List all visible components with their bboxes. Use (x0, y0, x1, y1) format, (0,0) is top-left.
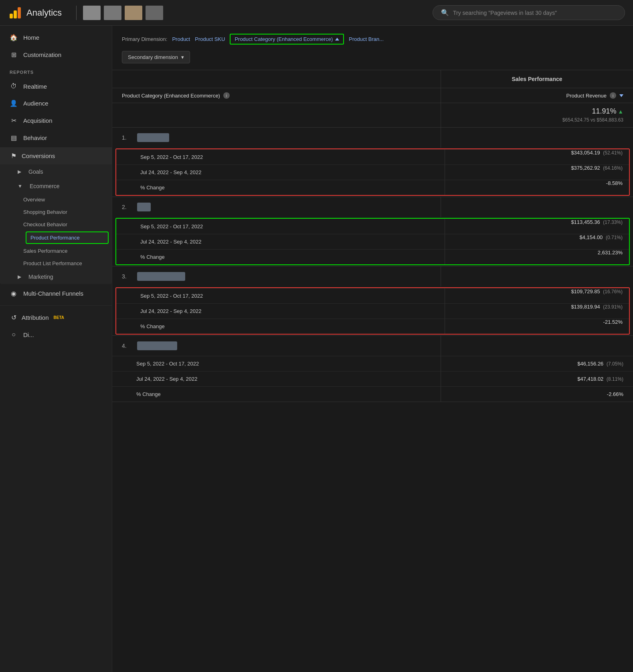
sidebar-home-label: Home (23, 34, 39, 41)
sidebar-item-behavior[interactable]: ▤ Behavior (0, 129, 112, 146)
stats-up-arrow-icon: ▲ (618, 108, 623, 115)
sidebar-product-list-performance-label: Product List Performance (23, 260, 82, 266)
main-content: Primary Dimension: Product Product SKU P… (112, 26, 633, 672)
stats-summary-row: 11.91% ▲ $654,524.75 vs $584,883.63 (112, 103, 633, 128)
dim-link-product-category[interactable]: Product Category (Enhanced Ecommerce) (230, 34, 344, 45)
sidebar-item-home[interactable]: 🏠 Home (0, 29, 112, 46)
change-row-2: % Change 2,631.23% (116, 249, 629, 264)
sidebar-realtime-label: Realtime (23, 83, 47, 90)
search-bar[interactable]: 🔍 Try searching "Pageviews in last 30 da… (433, 5, 625, 20)
sidebar-overview-label: Overview (23, 197, 45, 203)
layout: 🏠 Home ⊞ Customization REPORTS ⏱ Realtim… (0, 26, 633, 672)
change-value-4: -2.66% (441, 387, 633, 402)
date1-pct-3: (16.76%) (603, 289, 623, 294)
left-col-info-icon[interactable]: i (223, 92, 230, 99)
date1-row-4: Sep 5, 2022 - Oct 17, 2022 $46,156.26 (7… (112, 356, 633, 371)
sidebar-item-overview[interactable]: Overview (0, 193, 112, 206)
thumbnail-4[interactable] (146, 6, 163, 20)
rank-num-3: 3. (122, 273, 131, 280)
topbar: Analytics 🔍 Try searching "Pageviews in … (0, 0, 633, 26)
date1-label-3: Sep 5, 2022 - Oct 17, 2022 (116, 288, 445, 303)
rank-right-3 (441, 266, 633, 286)
sidebar-checkout-behavior-label: Checkout Behavior (23, 221, 67, 227)
date1-row-2: Sep 5, 2022 - Oct 17, 2022 $113,455.36 (… (116, 219, 629, 234)
row-rank-1: 1. (112, 128, 633, 148)
thumbnail-2[interactable] (104, 6, 121, 20)
change-label-3: % Change (116, 319, 445, 334)
sidebar-item-acquisition[interactable]: ✂ Acquisition (0, 112, 112, 129)
sidebar-item-conversions[interactable]: ⚑ Conversions (0, 147, 112, 164)
product-revenue-info-icon[interactable]: i (610, 92, 616, 99)
home-icon: 🏠 (10, 34, 18, 41)
sidebar-item-realtime[interactable]: ⏱ Realtime (0, 78, 112, 95)
secondary-dim-label: Secondary dimension (128, 54, 178, 60)
sort-arrow-icon[interactable] (619, 94, 623, 97)
date1-pct-4: (7.05%) (607, 361, 623, 367)
date2-pct-4: (8.11%) (607, 376, 623, 382)
sidebar-item-product-performance[interactable]: Product Performance (26, 231, 109, 244)
rank-left-1: 1. (112, 128, 441, 148)
change-row-3: % Change -21.52% (116, 319, 629, 334)
blurred-category-1 (137, 133, 169, 142)
multi-channel-icon: ◉ (10, 290, 18, 297)
product-revenue-header: Product Revenue (566, 93, 607, 99)
primary-dimension-row: Primary Dimension: Product Product SKU P… (112, 34, 633, 51)
rank-num-1: 1. (122, 134, 131, 141)
search-placeholder: Try searching "Pageviews in last 30 days… (453, 10, 557, 16)
data-rows-container: 1. Sep 5, 2022 - Oct 17, 2022 $343,054.1… (112, 128, 633, 402)
sidebar-sales-performance-label: Sales Performance (23, 248, 68, 254)
sidebar-item-marketing[interactable]: ▶ Marketing (0, 270, 112, 284)
highlight-box-3: Sep 5, 2022 - Oct 17, 2022 $109,729.85 (… (115, 287, 630, 335)
date2-label-4: Jul 24, 2022 - Sep 4, 2022 (112, 372, 441, 386)
sidebar-item-shopping-behavior[interactable]: Shopping Behavior (0, 206, 112, 218)
sidebar-item-goals[interactable]: ▶ Goals (0, 164, 112, 179)
table-header-row: Sales Performance (112, 70, 633, 88)
sidebar-item-di[interactable]: ○ Di... (0, 326, 112, 343)
change-row-1: % Change -8.58% (116, 180, 629, 195)
sidebar-item-multi-channel[interactable]: ◉ Multi-Channel Funnels (0, 285, 112, 302)
customization-icon: ⊞ (10, 51, 18, 59)
left-col-header (112, 70, 441, 88)
sidebar-item-customization[interactable]: ⊞ Customization (0, 46, 112, 63)
sidebar-item-sales-performance[interactable]: Sales Performance (0, 245, 112, 257)
secondary-dimension-button[interactable]: Secondary dimension ▾ (122, 51, 190, 63)
sidebar-di-label: Di... (23, 331, 34, 338)
topbar-thumbnails[interactable] (83, 6, 163, 20)
behavior-icon: ▤ (10, 134, 18, 142)
sidebar-item-product-list-performance[interactable]: Product List Performance (0, 257, 112, 270)
date1-pct-2: (17.33%) (603, 219, 623, 225)
change-value-1: -8.58% (445, 180, 629, 195)
date2-label-1: Jul 24, 2022 - Sep 4, 2022 (116, 165, 445, 180)
date2-label-3: Jul 24, 2022 - Sep 4, 2022 (116, 304, 445, 319)
sales-perf-header: Sales Performance (441, 70, 633, 88)
date1-value-2: $113,455.36 (17.33%) (445, 219, 629, 234)
sidebar-item-checkout-behavior[interactable]: Checkout Behavior (0, 218, 112, 231)
dim-link-product-brand[interactable]: Product Bran... (349, 36, 384, 42)
sidebar-item-ecommerce[interactable]: ▼ Ecommerce (0, 179, 112, 193)
row-rank-3: 3. (112, 266, 633, 286)
sidebar-ecommerce-label: Ecommerce (30, 183, 60, 189)
rank-right-1 (441, 128, 633, 148)
change-value-2: 2,631.23% (445, 250, 629, 264)
sub-header-right: Product Revenue i (441, 88, 633, 103)
secondary-dim-arrow-icon: ▾ (181, 54, 184, 60)
dim-link-product-sku[interactable]: Product SKU (195, 36, 225, 42)
sub-header-row: Product Category (Enhanced Ecommerce) i … (112, 88, 633, 103)
row-rank-2: 2. (112, 197, 633, 217)
sidebar-item-audience[interactable]: 👤 Audience (0, 95, 112, 112)
rank-num-4: 4. (122, 343, 131, 349)
date2-value-3: $139,819.94 (23.91%) (445, 304, 629, 319)
sidebar-audience-label: Audience (23, 100, 49, 107)
logo-area: Analytics (8, 6, 62, 20)
sidebar-marketing-label: Marketing (28, 274, 53, 280)
data-section-1: 1. Sep 5, 2022 - Oct 17, 2022 $343,054.1… (112, 128, 633, 197)
dim-link-product[interactable]: Product (172, 36, 190, 42)
sidebar-conversions-label: Conversions (22, 152, 55, 159)
audience-icon: 👤 (10, 99, 18, 107)
di-icon: ○ (10, 331, 18, 338)
thumbnail-3[interactable] (125, 6, 142, 20)
date1-label-4: Sep 5, 2022 - Oct 17, 2022 (112, 356, 441, 371)
rank-left-3: 3. (112, 266, 441, 286)
thumbnail-1[interactable] (83, 6, 101, 20)
sidebar-item-attribution[interactable]: ↺ Attribution BETA (0, 309, 112, 326)
